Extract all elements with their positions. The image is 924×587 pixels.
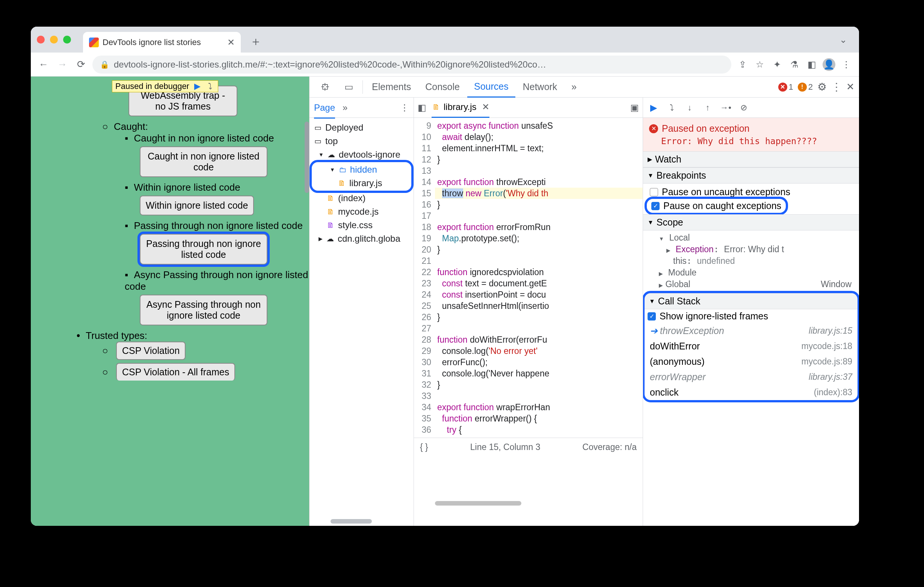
page-scrollbar-thumb[interactable] [305, 122, 309, 193]
tree-deployed[interactable]: ▭Deployed [310, 121, 414, 134]
kebab-menu-icon[interactable]: ⋮ [831, 81, 842, 93]
overlay-resume-button[interactable]: ▶ [193, 82, 202, 91]
code-line[interactable]: function doWithError(errorFu [435, 334, 643, 345]
code-line[interactable] [435, 255, 643, 266]
deactivate-breakpoints-button[interactable]: ⊘ [738, 102, 749, 113]
code-line[interactable]: function errorWrapper() { [435, 413, 643, 424]
side-panel-icon[interactable]: ◧ [804, 57, 819, 72]
close-tab-button[interactable]: ✕ [227, 37, 235, 48]
warnings-badge[interactable]: !2 [798, 82, 813, 92]
btn-caught-nonignore[interactable]: Caught in non ignore listed code [140, 146, 267, 177]
browser-tab[interactable]: DevTools ignore list stories ✕ [83, 32, 241, 53]
tree-top[interactable]: ▭top [310, 134, 414, 148]
show-ignored-frames-row[interactable]: ✓Show ignore-listed frames [645, 309, 858, 323]
reload-button[interactable]: ⟳ [74, 57, 89, 72]
code-line[interactable]: element.innerHTML = text; [435, 143, 643, 154]
step-into-button[interactable]: ↓ [684, 102, 695, 113]
code-line[interactable]: export async function unsafeS [435, 120, 643, 132]
tab-sources[interactable]: Sources [467, 77, 515, 98]
scope-module[interactable]: ▶ Module [647, 267, 855, 278]
code-content[interactable]: export async function unsafeS await dela… [435, 118, 643, 437]
code-line[interactable]: console.log('Never happene [435, 368, 643, 379]
profile-avatar[interactable]: 👤 [822, 57, 837, 72]
navigator-kebab-icon[interactable]: ⋮ [400, 102, 409, 113]
tab-network[interactable]: Network [516, 77, 564, 98]
settings-icon[interactable]: ⚙ [817, 81, 827, 93]
code-line[interactable]: Map.prototype.set(); [435, 233, 643, 244]
tree-file-library[interactable]: 🗎library.js [313, 176, 410, 190]
code-line[interactable]: unsafeSetInnerHtml(insertio [435, 300, 643, 311]
step-button[interactable]: →• [720, 102, 731, 113]
code-line[interactable]: console.log('No error yet' [435, 345, 643, 357]
checkbox-caught[interactable]: ✓ [651, 202, 660, 210]
labs-icon[interactable]: ⚗ [787, 57, 802, 72]
code-line[interactable]: } [435, 379, 643, 390]
bookmark-icon[interactable]: ☆ [752, 57, 767, 72]
tree-cdn[interactable]: ▶☁cdn.glitch.globa [310, 232, 414, 245]
callstack-frame[interactable]: errorWrapperlibrary.js:37 [645, 369, 858, 385]
extensions-icon[interactable]: ✦ [770, 57, 785, 72]
tree-file-index[interactable]: 🗎(index) [310, 191, 414, 205]
code-line[interactable]: export function wrapErrorHan [435, 401, 643, 413]
tab-elements[interactable]: Elements [365, 77, 417, 98]
breakpoints-header[interactable]: ▼Breakpoints [643, 168, 859, 184]
callstack-frame[interactable]: onclick(index):83 [645, 385, 858, 400]
pretty-print-icon[interactable]: { } [420, 442, 428, 452]
resume-button[interactable]: ▶ [648, 102, 659, 113]
close-window-button[interactable] [37, 36, 45, 44]
code-line[interactable]: errorFunc(); [435, 357, 643, 368]
code-line[interactable]: } [435, 311, 643, 323]
navigator-hscroll-thumb[interactable] [330, 519, 372, 524]
code-line[interactable] [435, 390, 643, 401]
step-over-button[interactable]: ⤵ [667, 102, 677, 113]
pause-caught-row[interactable]: ✓Pause on caught exceptions [648, 199, 784, 213]
tab-more[interactable]: » [564, 77, 583, 98]
new-tab-button[interactable]: ＋ [250, 33, 262, 50]
code-line[interactable] [435, 165, 643, 176]
tab-list-button[interactable]: ⌄ [840, 35, 847, 45]
code-line[interactable] [435, 210, 643, 222]
tree-folder-hidden[interactable]: ▼🗀hidden [313, 163, 410, 176]
callstack-frame[interactable]: ➔throwExceptionlibrary.js:15 [645, 323, 858, 339]
errors-badge[interactable]: ✕1 [778, 82, 793, 92]
code-line[interactable]: export function throwExcepti [435, 176, 643, 187]
checkbox-show-ignored[interactable]: ✓ [648, 312, 656, 321]
code-line[interactable] [435, 323, 643, 334]
address-bar[interactable]: 🔒 devtools-ignore-list-stories.glitch.me… [92, 56, 731, 74]
btn-passing-through[interactable]: Passing through non ignore listed code [140, 234, 267, 265]
code-line[interactable]: } [435, 244, 643, 255]
code-line[interactable]: await delay(); [435, 132, 643, 143]
scope-header[interactable]: ▼Scope [643, 214, 859, 230]
scope-global[interactable]: ▶ GlobalWindow [647, 278, 855, 290]
maximize-window-button[interactable] [63, 36, 71, 44]
code-area[interactable]: 9101112131415161718192021222324252627282… [414, 118, 643, 437]
editor-hscroll[interactable] [435, 501, 640, 507]
code-line[interactable]: const insertionPoint = docu [435, 289, 643, 300]
toggle-navigator-icon[interactable]: ◧ [417, 102, 426, 113]
tree-file-mycode[interactable]: 🗎mycode.js [310, 205, 414, 219]
code-line[interactable]: throw new Error('Why did th [435, 187, 643, 199]
code-line[interactable]: function ignoredcspviolation [435, 266, 643, 278]
code-line[interactable]: } [435, 154, 643, 165]
btn-csp-violation[interactable]: CSP Violation [116, 342, 186, 360]
callstack-header[interactable]: ▼Call Stack [645, 293, 858, 309]
step-out-button[interactable]: ↑ [702, 102, 713, 113]
minimize-window-button[interactable] [50, 36, 58, 44]
btn-csp-violation-all[interactable]: CSP Violation - All frames [116, 363, 235, 381]
code-line[interactable]: const text = document.getE [435, 278, 643, 289]
tree-site[interactable]: ▼☁devtools-ignore [310, 148, 414, 161]
checkbox-uncaught[interactable] [650, 188, 658, 196]
btn-async-passing[interactable]: Async Passing through non ignore listed … [140, 294, 267, 326]
close-devtools-icon[interactable]: ✕ [846, 81, 855, 93]
tree-file-style[interactable]: 🗎style.css [310, 219, 414, 232]
forward-button[interactable]: → [55, 57, 70, 72]
navigator-tab-more[interactable]: » [343, 102, 347, 113]
share-icon[interactable]: ⇪ [735, 57, 750, 72]
device-toolbar-icon[interactable]: ▭ [338, 77, 360, 98]
code-line[interactable]: export function errorFromRun [435, 222, 643, 233]
watch-header[interactable]: ▶Watch [643, 151, 859, 168]
code-line[interactable]: try { [435, 424, 643, 436]
navigator-tab-page[interactable]: Page [314, 102, 335, 118]
close-file-icon[interactable]: ✕ [482, 102, 489, 112]
overlay-step-button[interactable]: ⤵ [206, 82, 215, 91]
